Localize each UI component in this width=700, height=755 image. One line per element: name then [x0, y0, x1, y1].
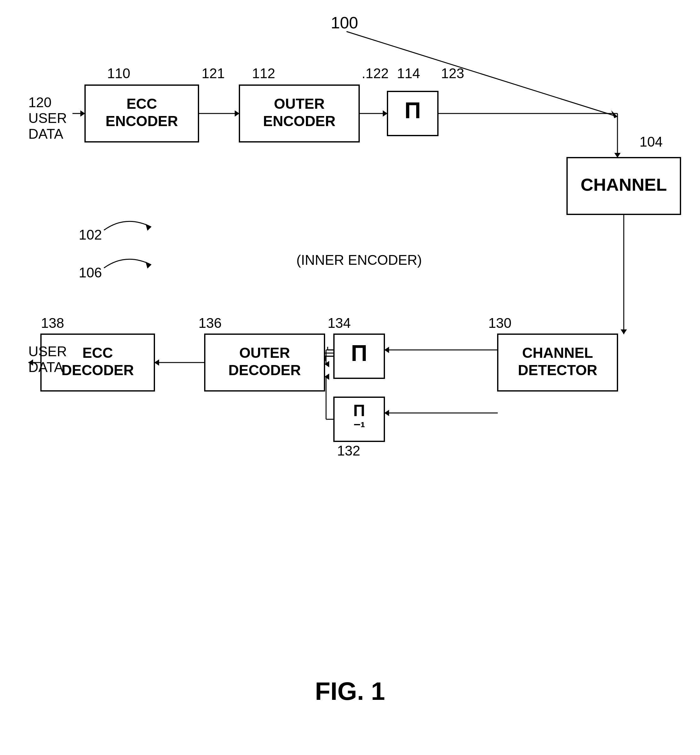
ref-122: .122 [362, 66, 389, 81]
ref-114: 114 [397, 66, 420, 81]
pi-inv-dec-label: Π [353, 401, 365, 420]
pi-inv-dec-label2: ⁻¹ [353, 419, 365, 435]
ecc-decoder-label1: ECC [82, 345, 113, 361]
ref-102: 102 [79, 227, 102, 243]
ref-110: 110 [107, 66, 130, 81]
ref-120: 120 [28, 95, 52, 110]
ref-132: 132 [337, 443, 360, 458]
ref-121: 121 [202, 66, 225, 81]
ref-136: 136 [198, 315, 222, 331]
inner-encoder-label: (INNER ENCODER) [297, 252, 422, 268]
outer-encoder-label2: ENCODER [263, 113, 336, 129]
channel-detector-label2: DETECTOR [518, 362, 597, 378]
outer-decoder-label1: OUTER [239, 345, 290, 361]
ecc-decoder-label2: DECODER [61, 362, 134, 378]
figure-label: FIG. 1 [315, 677, 385, 705]
outer-encoder-label1: OUTER [274, 96, 325, 112]
diagram-container: 100 110 120 USER DATA ECC ENCODER 121 11… [0, 0, 700, 755]
ecc-encoder-label1: ECC [127, 96, 157, 112]
ref-112: 112 [252, 66, 275, 81]
ref-100: 100 [331, 14, 358, 32]
channel-label: CHANNEL [581, 175, 667, 194]
ref-104: 104 [639, 134, 662, 149]
user-data-in-label2: DATA [28, 126, 63, 141]
outer-decoder-label2: DECODER [228, 362, 301, 378]
user-data-in-label: USER [28, 110, 67, 126]
user-data-out-label2: DATA [28, 359, 63, 375]
channel-detector-label1: CHANNEL [522, 345, 593, 361]
ref-130: 130 [488, 315, 511, 331]
ref-123: 123 [441, 66, 464, 81]
ref-134: 134 [328, 315, 351, 331]
ref-138: 138 [41, 315, 64, 331]
ref-106: 106 [79, 265, 102, 280]
pi-encoder-label: Π [405, 98, 421, 123]
user-data-out-label1: USER [28, 344, 67, 359]
pi-upper-dec-label: Π [351, 340, 367, 366]
ecc-encoder-label2: ENCODER [106, 113, 178, 129]
